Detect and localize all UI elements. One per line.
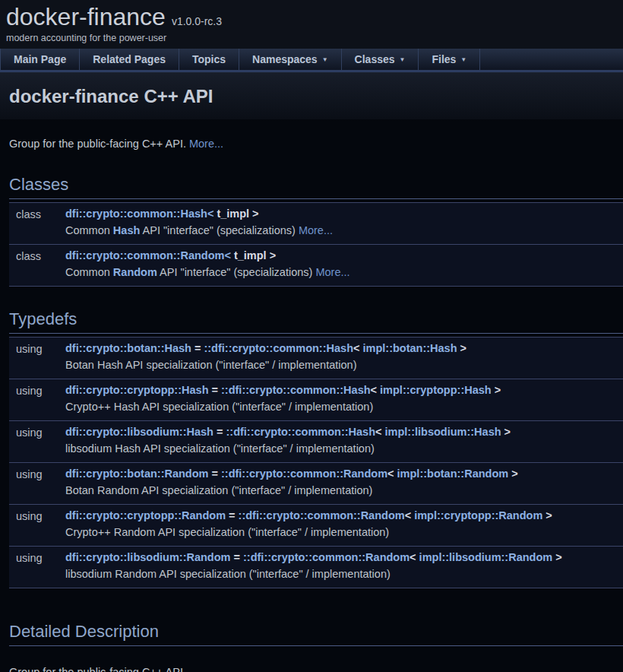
member-description: Common Hash API "interface" (specializat… — [65, 223, 623, 239]
chevron-down-icon: ▼ — [322, 56, 328, 63]
member-row: usingdfi::crypto::botan::Random = ::dfi:… — [9, 462, 623, 504]
member-text: < — [375, 426, 385, 438]
member-text: > — [501, 426, 511, 438]
member-text: > — [542, 509, 552, 521]
description-link[interactable]: Random — [113, 266, 157, 278]
intro-paragraph: Group for the public-facing C++ API.More… — [9, 136, 623, 152]
member-row: classdfi::crypto::common::Hash< t_impl >… — [9, 202, 623, 244]
nav-item-namespaces[interactable]: Namespaces▼ — [239, 49, 342, 70]
member-row: usingdfi::crypto::cryptopp::Hash = ::dfi… — [9, 379, 623, 420]
member-description: Crypto++ Random API specialization ("int… — [65, 525, 623, 540]
member-link[interactable]: ::dfi::crypto::common::Hash — [221, 384, 371, 396]
member-text: = — [209, 384, 222, 396]
member-link[interactable]: dfi::crypto::common::Random< — [65, 249, 231, 262]
nav-item-related-pages[interactable]: Related Pages — [80, 49, 179, 70]
member-link[interactable]: ::dfi::crypto::common::Random — [221, 468, 387, 480]
member-link[interactable]: dfi::crypto::common::Hash< — [65, 208, 213, 220]
member-text: > — [508, 468, 518, 480]
section-heading-typedefs: Typedefs — [9, 309, 623, 334]
member-declaration: dfi::crypto::cryptopp::Hash = ::dfi::cry… — [65, 382, 623, 398]
description-text: Crypto++ Hash API specialization ("inter… — [65, 401, 373, 413]
nav-item-label: Main Page — [14, 53, 66, 65]
member-description: Common Random API "interface" (specializ… — [65, 265, 623, 281]
member-link[interactable]: impl::cryptopp::Random — [414, 509, 542, 521]
member-description: libsodium Random API specialization ("in… — [65, 566, 623, 582]
member-description: libsodium Hash API specialization ("inte… — [65, 441, 623, 457]
member-text: < — [371, 384, 381, 396]
detailed-description-text: Group for the public-facing C++ API. — [9, 664, 623, 672]
member-link[interactable]: dfi::crypto::libsodium::Hash — [65, 426, 213, 438]
member-text: < — [410, 551, 419, 563]
description-text: Crypto++ Random API specialization ("int… — [65, 526, 389, 538]
nav-item-label: Topics — [192, 53, 226, 65]
member-declaration: dfi::crypto::common::Hash< t_impl > — [65, 206, 623, 222]
member-text: < — [387, 468, 397, 480]
intro-more-link[interactable]: More... — [189, 138, 223, 150]
member-kind-label: using — [9, 341, 65, 373]
classes-table: classdfi::crypto::common::Hash< t_impl >… — [9, 202, 623, 287]
member-link[interactable]: dfi::crypto::cryptopp::Random — [65, 509, 226, 521]
member-link[interactable]: impl::libsodium::Random — [419, 551, 553, 563]
member-link[interactable]: impl::botan::Random — [397, 468, 509, 480]
site-header: docker-finance v1.0.0-rc.3 modern accoun… — [0, 0, 623, 49]
member-kind-label: using — [9, 382, 65, 415]
member-link[interactable]: ::dfi::crypto::common::Hash — [226, 426, 375, 438]
description-text: Botan Hash API specialization ("interfac… — [65, 359, 356, 371]
member-text: < — [405, 509, 415, 521]
member-kind-label: using — [9, 550, 65, 582]
member-link[interactable]: impl::botan::Hash — [363, 342, 457, 354]
project-version: v1.0.0-rc.3 — [172, 15, 222, 27]
more-link[interactable]: More... — [299, 224, 333, 236]
member-declaration: dfi::crypto::botan::Random = ::dfi::cryp… — [65, 466, 623, 482]
chevron-down-icon: ▼ — [460, 56, 466, 63]
description-text: API "interface" (specializations) — [140, 224, 299, 236]
member-cell: dfi::crypto::libsodium::Hash = ::dfi::cr… — [65, 424, 623, 457]
section-heading-detailed-description: Detailed Description — [9, 622, 623, 646]
member-text: > — [457, 342, 467, 354]
member-text: = — [208, 468, 221, 480]
member-text: = — [230, 551, 243, 563]
member-link[interactable]: ::dfi::crypto::common::Hash — [204, 342, 353, 354]
member-declaration: dfi::crypto::libsodium::Hash = ::dfi::cr… — [65, 424, 623, 440]
member-declaration: dfi::crypto::libsodium::Random = ::dfi::… — [65, 550, 623, 566]
member-link[interactable]: ::dfi::crypto::common::Random — [239, 509, 405, 521]
member-declaration: dfi::crypto::cryptopp::Random = ::dfi::c… — [65, 508, 623, 524]
member-cell: dfi::crypto::cryptopp::Hash = ::dfi::cry… — [65, 382, 623, 415]
member-description: Botan Random API specialization ("interf… — [65, 483, 623, 499]
nav-item-label: Files — [432, 53, 456, 65]
nav-item-topics[interactable]: Topics — [179, 49, 239, 70]
member-link[interactable]: impl::libsodium::Hash — [385, 426, 501, 438]
description-text: Common — [65, 266, 113, 278]
description-text: Botan Random API specialization ("interf… — [65, 484, 372, 496]
nav-item-files[interactable]: Files▼ — [419, 49, 480, 70]
member-cell: dfi::crypto::libsodium::Random = ::dfi::… — [65, 550, 623, 582]
description-text: libsodium Random API specialization ("in… — [65, 568, 391, 580]
typedefs-table: usingdfi::crypto::botan::Hash = ::dfi::c… — [9, 337, 623, 588]
member-link[interactable]: dfi::crypto::botan::Hash — [65, 342, 191, 354]
project-name: docker-finance — [6, 3, 166, 30]
member-row: classdfi::crypto::common::Random< t_impl… — [9, 244, 623, 286]
page-contents: Group for the public-facing C++ API.More… — [0, 136, 623, 672]
member-link[interactable]: dfi::crypto::libsodium::Random — [65, 551, 230, 563]
member-kind-label: using — [9, 508, 65, 540]
member-kind-label: using — [9, 466, 65, 499]
intro-text: Group for the public-facing C++ API. — [9, 138, 186, 150]
project-brief: modern accounting for the power-user — [6, 33, 623, 43]
member-kind-label: class — [9, 248, 65, 281]
member-link[interactable]: ::dfi::crypto::common::Random — [243, 551, 410, 563]
member-link[interactable]: dfi::crypto::botan::Random — [65, 468, 208, 480]
page-title: docker-finance C++ API — [9, 86, 614, 107]
member-description: Botan Hash API specialization ("interfac… — [65, 357, 623, 373]
nav-item-classes[interactable]: Classes▼ — [342, 49, 419, 70]
description-text: libsodium Hash API specialization ("inte… — [65, 442, 375, 455]
member-cell: dfi::crypto::botan::Random = ::dfi::cryp… — [65, 466, 623, 499]
member-kind-label: class — [9, 206, 65, 239]
nav-item-label: Classes — [355, 53, 395, 65]
more-link[interactable]: More... — [315, 266, 349, 278]
member-link[interactable]: impl::cryptopp::Hash — [380, 384, 492, 396]
member-link[interactable]: dfi::crypto::cryptopp::Hash — [65, 384, 209, 396]
description-link[interactable]: Hash — [113, 224, 140, 236]
project-title-row: docker-finance v1.0.0-rc.3 — [6, 3, 623, 30]
description-text: Common — [65, 224, 113, 236]
nav-item-main-page[interactable]: Main Page — [0, 49, 80, 70]
